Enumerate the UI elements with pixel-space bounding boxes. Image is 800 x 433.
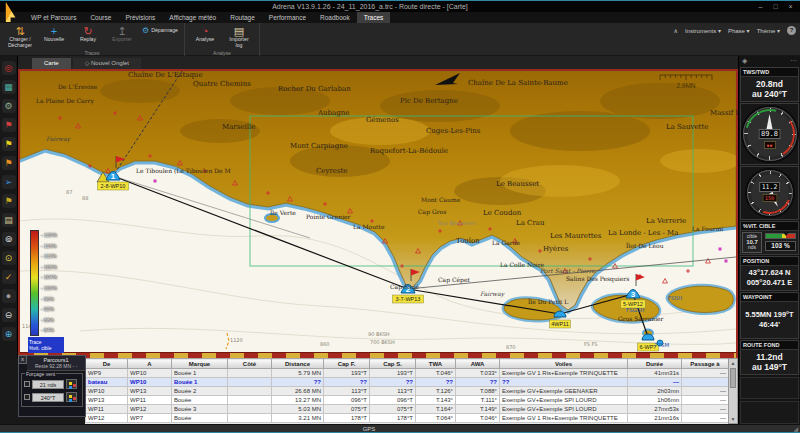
compass-gauge: 89.8 ▪▪ bbox=[740, 103, 799, 165]
route-fond-speed: 11.2nd bbox=[741, 352, 798, 362]
table-row[interactable]: bateauWP10Bouée 1????????????— bbox=[86, 378, 729, 387]
column-header-awa[interactable]: AWA bbox=[456, 359, 500, 369]
ribbon-menu-phase[interactable]: Phase ▾ bbox=[728, 27, 750, 34]
pin-icon[interactable]: ◈ bbox=[742, 56, 747, 66]
empty-instrument-slot bbox=[740, 377, 799, 400]
importer-log-button[interactable]: ▤Importerlog bbox=[222, 24, 256, 49]
tws-twd-title: TWS/TWD bbox=[741, 68, 798, 77]
forcage-vent-group: Forçage vent 21 nds 240°T bbox=[21, 373, 83, 407]
help-button[interactable]: ? bbox=[787, 26, 796, 35]
route-flags-icon[interactable]: ⚑ bbox=[2, 118, 16, 132]
route-marks-icon[interactable]: ⚑ bbox=[2, 137, 16, 151]
menu-tab-performance[interactable]: Performance bbox=[262, 12, 313, 23]
tab-carte[interactable]: Carte bbox=[32, 58, 71, 69]
position-lon: 005°20.471 E bbox=[741, 278, 798, 288]
cell bbox=[228, 396, 272, 405]
cell: Exemple GV+Exemple SPI LOURD bbox=[500, 405, 628, 414]
route-edit-icon[interactable]: ⚑ bbox=[2, 156, 16, 170]
depannage-button[interactable]: ⚙Dépannage bbox=[139, 24, 181, 37]
collapse-ribbon-icon[interactable]: ∧ bbox=[674, 27, 678, 34]
wind-dir-field[interactable]: 240°T bbox=[32, 393, 64, 402]
column-header-c-t-[interactable]: Côté bbox=[228, 359, 272, 369]
svg-text:2: 2 bbox=[406, 285, 411, 294]
cell: Exemple GV+Exemple SPI LOURD bbox=[500, 396, 628, 405]
table-row[interactable]: WP10WP13Bouée 226.68 MN113°T113°TT.126°T… bbox=[86, 387, 729, 396]
menu-tab-roadbook[interactable]: Roadbook bbox=[313, 12, 357, 23]
lifebuoy-icon[interactable]: ◎ bbox=[2, 61, 16, 75]
logbook-icon[interactable]: ▤ bbox=[2, 213, 16, 227]
svg-text:4WP11: 4WP11 bbox=[551, 321, 569, 327]
wind-speed-checkbox[interactable] bbox=[24, 381, 30, 387]
cell: WP13 bbox=[128, 387, 172, 396]
minimize-button[interactable]: – bbox=[753, 1, 768, 12]
close-button[interactable]: × bbox=[783, 1, 798, 12]
parcours-close-button[interactable]: x bbox=[18, 355, 27, 364]
table-row[interactable]: WP12WP7Bouée3.21 MN178°T178°TT.064°T.046… bbox=[86, 414, 729, 423]
zoom-waypoint-icon[interactable]: ⊚ bbox=[2, 232, 16, 246]
wind-dir-button[interactable] bbox=[66, 392, 77, 402]
wind-dir-checkbox[interactable] bbox=[24, 394, 30, 400]
column-header-marque[interactable]: Marque bbox=[172, 359, 228, 369]
legs-table-grid[interactable]: DeAMarqueCôtéDistanceCap F.Cap S.TWAAWAV… bbox=[85, 358, 729, 423]
table-row[interactable]: WP11WP12Bouée 35.03 MN075°T075°TT.164°T.… bbox=[86, 405, 729, 414]
cell: 27mn53s bbox=[628, 405, 682, 414]
cell: 13.27 MN bbox=[272, 396, 324, 405]
replay-button[interactable]: ↻Replay bbox=[71, 24, 105, 43]
charger-decharger-button[interactable]: ⇅Charger /Décharger bbox=[3, 24, 37, 49]
table-row[interactable]: WP9WP10Bouée 15.79 MN193°T193°TT.046°T.0… bbox=[86, 369, 729, 378]
cell: 113°T bbox=[324, 387, 370, 396]
forcage-vent-label: Forçage vent bbox=[25, 371, 56, 377]
menu-tab-pr-visions[interactable]: Prévisions bbox=[118, 12, 162, 23]
column-header-voiles[interactable]: Voiles bbox=[500, 359, 628, 369]
zoom-in-icon[interactable]: ⊕ bbox=[2, 327, 16, 341]
window-title: Adrena V13.9.1.26 - 24_11_2016_a.trc - R… bbox=[0, 3, 740, 10]
more-icon[interactable]: ⋯ bbox=[790, 56, 797, 66]
wind-speed-field[interactable]: 21 nds bbox=[32, 380, 64, 389]
resize-grip[interactable]: ◢ bbox=[793, 425, 798, 433]
menu-tab-course[interactable]: Course bbox=[83, 12, 118, 23]
zoom-select-icon[interactable]: ✓ bbox=[2, 270, 16, 284]
menu-tab-traces[interactable]: Traces bbox=[357, 12, 391, 23]
tools-icon[interactable]: ⚙ bbox=[2, 99, 16, 113]
wind-speed-button[interactable] bbox=[66, 379, 77, 389]
chart-map[interactable]: 12-8-WP1023-7-WP1335-WP124WP116-WP72.9MN… bbox=[18, 69, 738, 358]
table-scrollbar[interactable]: ▲▼ bbox=[728, 358, 738, 424]
column-header-dur-e[interactable]: Durée bbox=[628, 359, 682, 369]
cell: Bouée 3 bbox=[172, 405, 228, 414]
ribbon-menu-instruments[interactable]: Instruments ▾ bbox=[685, 27, 721, 34]
chart-icon[interactable]: ▦ bbox=[2, 80, 16, 94]
position-panel: POSITION 43°17.624 N 005°20.471 E bbox=[740, 256, 799, 291]
parcours-remaining: Reste 92.28 MN - - bbox=[27, 363, 85, 369]
legs-table: DeAMarqueCôtéDistanceCap F.Cap S.TWAAWAV… bbox=[85, 358, 738, 424]
menu-tab-affichage-m-t-o[interactable]: Affichage météo bbox=[162, 12, 223, 23]
maximize-button[interactable]: □ bbox=[768, 1, 783, 12]
column-header-de[interactable]: De bbox=[86, 359, 128, 369]
route-arrow-icon[interactable]: ➢ bbox=[2, 175, 16, 189]
nouvelle-button[interactable]: +Nouvelle bbox=[37, 24, 71, 43]
zoom-marks-icon[interactable]: ⊙ bbox=[2, 251, 16, 265]
column-header-passage-[interactable]: Passage à bbox=[682, 359, 729, 369]
zoom-out-icon[interactable]: ⊖ bbox=[2, 308, 16, 322]
position-title: POSITION bbox=[741, 257, 798, 266]
parcours-header: Parcours1 Reste 92.28 MN - - bbox=[27, 356, 85, 371]
route-multi-icon[interactable]: ⚑ bbox=[2, 194, 16, 208]
cell: Exemple GV+Exemple GEENAKER bbox=[500, 387, 628, 396]
pan-icon[interactable]: ● bbox=[2, 289, 16, 303]
cell: T.088° bbox=[456, 387, 500, 396]
route-fond-course: au 149°T bbox=[741, 362, 798, 372]
nautical-chart[interactable]: 12-8-WP1023-7-WP1335-WP124WP116-WP72.9MN bbox=[20, 71, 736, 352]
column-header-a[interactable]: A bbox=[128, 359, 172, 369]
table-row[interactable]: WP13WP11Bouée13.27 MN096°T096°TT.143°T.1… bbox=[86, 396, 729, 405]
column-header-distance[interactable]: Distance bbox=[272, 359, 324, 369]
column-header-twa[interactable]: TWA bbox=[416, 359, 456, 369]
menu-tab-routage[interactable]: Routage bbox=[223, 12, 262, 23]
cell: T.033° bbox=[456, 369, 500, 378]
menu-tab-wp-et-parcours[interactable]: WP et Parcours bbox=[24, 12, 83, 23]
column-header-cap-f-[interactable]: Cap F. bbox=[324, 359, 370, 369]
cell bbox=[228, 387, 272, 396]
analyse-button[interactable]: ◔Analyse bbox=[188, 24, 222, 43]
ribbon-menu-thème[interactable]: Thème ▾ bbox=[757, 27, 780, 34]
column-header-cap-s-[interactable]: Cap S. bbox=[370, 359, 416, 369]
tab-new-onglet[interactable]: ◇ Nouvel Onglet bbox=[73, 58, 141, 69]
cell: WP10 bbox=[86, 387, 128, 396]
